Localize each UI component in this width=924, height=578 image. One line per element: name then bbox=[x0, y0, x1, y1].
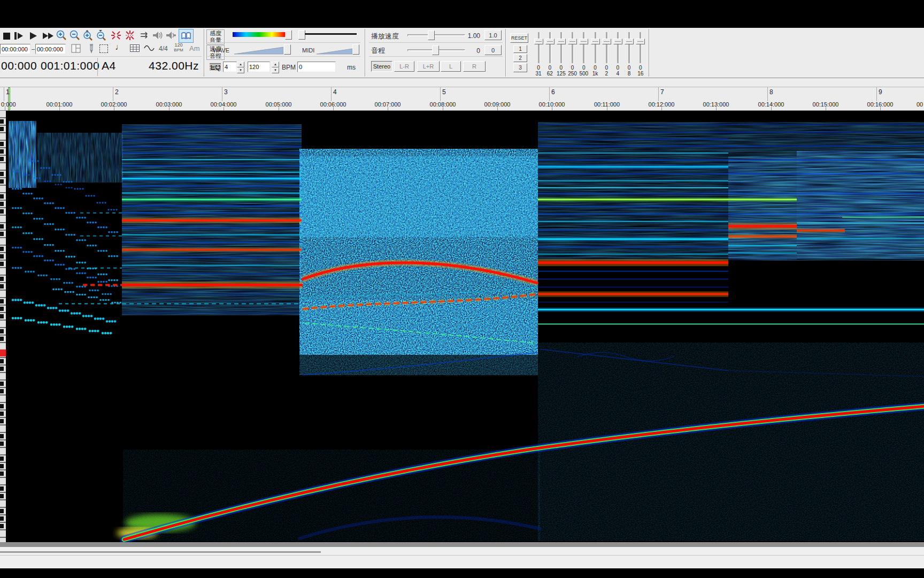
piano-black-key[interactable] bbox=[0, 524, 4, 528]
spectrogram-canvas[interactable] bbox=[0, 111, 924, 542]
eq-band-thumb-31[interactable] bbox=[534, 39, 543, 44]
fast-forward-button[interactable] bbox=[41, 31, 56, 41]
piano-black-key[interactable] bbox=[0, 494, 4, 498]
piano-black-key[interactable] bbox=[0, 262, 4, 266]
piano-black-key[interactable] bbox=[0, 284, 4, 288]
shrink-vertical-button[interactable] bbox=[125, 30, 135, 43]
piano-black-key[interactable] bbox=[0, 254, 4, 258]
piano-black-key[interactable] bbox=[0, 247, 4, 251]
eq-band-thumb-2[interactable] bbox=[602, 39, 611, 44]
meter-label[interactable]: 4/4 bbox=[159, 45, 168, 52]
channel-button-stereo[interactable]: Stereo bbox=[371, 61, 392, 72]
piano-black-key[interactable] bbox=[0, 149, 4, 154]
piano-black-key[interactable] bbox=[0, 389, 4, 393]
timeline-ruler[interactable]: 1234567890:00000:01:00000:02:00000:03:00… bbox=[0, 78, 924, 111]
piano-black-key[interactable] bbox=[0, 434, 4, 438]
zoom-out-horizontal-button[interactable] bbox=[69, 29, 81, 43]
tempo-badge[interactable]: 120 BPM bbox=[172, 43, 185, 52]
zoom-in-vertical-button[interactable] bbox=[82, 29, 94, 43]
pitch-preset-button[interactable]: 0 bbox=[484, 45, 502, 55]
step-play-button[interactable] bbox=[13, 31, 25, 41]
playback-speed-preset-button[interactable]: 1.0 bbox=[484, 30, 502, 40]
piano-black-key[interactable] bbox=[0, 209, 4, 214]
eq-band-thumb-500[interactable] bbox=[579, 39, 588, 44]
piano-black-key[interactable] bbox=[0, 194, 4, 199]
piano-black-key[interactable] bbox=[0, 329, 4, 333]
note-button[interactable]: ♩ bbox=[115, 42, 124, 52]
piano-black-key[interactable] bbox=[0, 179, 4, 184]
piano-black-key[interactable] bbox=[0, 464, 4, 468]
piano-black-key[interactable] bbox=[0, 299, 4, 303]
pitch-thumb[interactable] bbox=[432, 45, 439, 55]
midi-volume-slider[interactable] bbox=[317, 45, 352, 57]
piano-black-key[interactable] bbox=[0, 412, 4, 416]
zoom-out-vertical-button[interactable] bbox=[96, 29, 107, 43]
horizontal-scrollbar-thumb[interactable] bbox=[0, 551, 321, 553]
shrink-horizontal-button[interactable] bbox=[111, 30, 121, 43]
piano-highlight-key[interactable] bbox=[0, 349, 6, 356]
piano-black-key[interactable] bbox=[0, 202, 4, 206]
offset-field[interactable]: 0 bbox=[297, 62, 336, 72]
split-window-button[interactable] bbox=[71, 44, 81, 55]
spectrogram-view[interactable] bbox=[0, 111, 924, 542]
tempo-field[interactable]: 120 bbox=[248, 62, 270, 72]
marquee-button[interactable] bbox=[99, 44, 108, 53]
piano-black-key[interactable] bbox=[0, 509, 4, 513]
volume-slider-thumb[interactable] bbox=[298, 30, 305, 40]
pin-button[interactable] bbox=[88, 43, 95, 56]
score-book-button[interactable] bbox=[179, 29, 194, 43]
wave-volume-slider[interactable] bbox=[234, 45, 283, 57]
horizontal-scrollbar[interactable] bbox=[0, 547, 924, 568]
piano-key-strip[interactable] bbox=[0, 111, 6, 542]
sensitivity-slider-thumb[interactable] bbox=[285, 30, 292, 40]
eq-band-thumb-4[interactable] bbox=[613, 39, 622, 44]
piano-black-key[interactable] bbox=[0, 419, 4, 423]
tempo-spinner-up[interactable]: ▲ bbox=[272, 62, 279, 67]
piano-black-key[interactable] bbox=[0, 232, 4, 236]
play-button[interactable] bbox=[28, 31, 38, 41]
piano-black-key[interactable] bbox=[0, 404, 4, 408]
channel-button-r[interactable]: R bbox=[463, 61, 486, 72]
piano-black-key[interactable] bbox=[0, 314, 4, 318]
eq-band-thumb-1k[interactable] bbox=[591, 39, 600, 44]
reorder-arrows-button[interactable]: ⇉ bbox=[138, 29, 150, 40]
eq-band-thumb-250[interactable] bbox=[568, 39, 577, 44]
beat-spinner-up[interactable]: ▲ bbox=[237, 62, 244, 67]
piano-black-key[interactable] bbox=[0, 442, 4, 446]
piano-black-key[interactable] bbox=[0, 277, 4, 281]
piano-black-key[interactable] bbox=[0, 471, 4, 476]
volume-slider[interactable] bbox=[305, 33, 357, 35]
eq-preset-2-button[interactable]: 2 bbox=[513, 54, 527, 62]
selection-start-field[interactable]: 00:00:000 bbox=[0, 44, 30, 54]
piano-black-key[interactable] bbox=[0, 367, 4, 371]
eq-preset-1-button[interactable]: 1 bbox=[513, 45, 527, 53]
wave-slider-thumb[interactable] bbox=[284, 44, 291, 55]
eq-band-track[interactable] bbox=[583, 32, 585, 63]
piano-black-key[interactable] bbox=[0, 142, 4, 146]
tempo-spinner-down[interactable]: ▼ bbox=[272, 67, 279, 73]
eq-band-track[interactable] bbox=[640, 32, 642, 63]
piano-black-key[interactable] bbox=[0, 172, 4, 176]
channel-button-lr[interactable]: L-R bbox=[394, 61, 414, 72]
piano-black-key[interactable] bbox=[0, 382, 4, 386]
eq-band-thumb-16[interactable] bbox=[636, 39, 645, 44]
midi-slider-thumb[interactable] bbox=[352, 44, 359, 55]
eq-band-track[interactable] bbox=[628, 32, 630, 63]
speaker-wave-button[interactable] bbox=[152, 30, 164, 43]
eq-preset-3-button[interactable]: 3 bbox=[513, 63, 527, 72]
eq-band-track[interactable] bbox=[606, 32, 608, 63]
stop-button[interactable] bbox=[2, 31, 11, 41]
eq-band-thumb-8[interactable] bbox=[625, 39, 634, 44]
piano-black-key[interactable] bbox=[0, 516, 4, 521]
channel-button-lr[interactable]: L+R bbox=[417, 61, 440, 72]
eq-band-track[interactable] bbox=[538, 32, 540, 63]
piano-black-key[interactable] bbox=[0, 307, 4, 311]
piano-black-key[interactable] bbox=[0, 359, 4, 363]
piano-black-key[interactable] bbox=[0, 157, 4, 161]
eq-band-track[interactable] bbox=[617, 32, 619, 63]
eq-band-thumb-62[interactable] bbox=[545, 39, 555, 44]
piano-black-key[interactable] bbox=[0, 224, 4, 229]
playback-speed-thumb[interactable] bbox=[428, 31, 435, 40]
piano-black-key[interactable] bbox=[0, 119, 4, 124]
beat-field[interactable]: 4 bbox=[223, 62, 237, 72]
